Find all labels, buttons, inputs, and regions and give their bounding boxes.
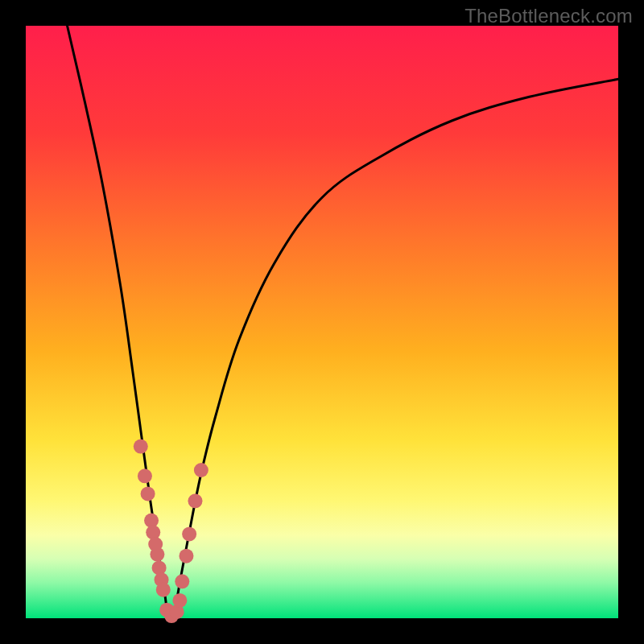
highlight-dot (188, 493, 202, 508)
highlight-dot (138, 469, 152, 483)
chart-plot-area (26, 26, 618, 618)
chart-stage: TheBottleneck.com (0, 0, 644, 644)
highlight-dot (156, 583, 171, 597)
highlight-dot (179, 549, 193, 564)
highlight-dot (134, 440, 148, 454)
highlight-dot (194, 463, 208, 477)
highlight-dot (150, 547, 164, 562)
bottleneck-chart (0, 0, 644, 644)
highlight-dot (175, 574, 189, 588)
highlight-dot (141, 486, 155, 501)
highlight-dot (182, 526, 196, 541)
highlight-dot (172, 593, 187, 608)
watermark-text: TheBottleneck.com (464, 5, 633, 27)
